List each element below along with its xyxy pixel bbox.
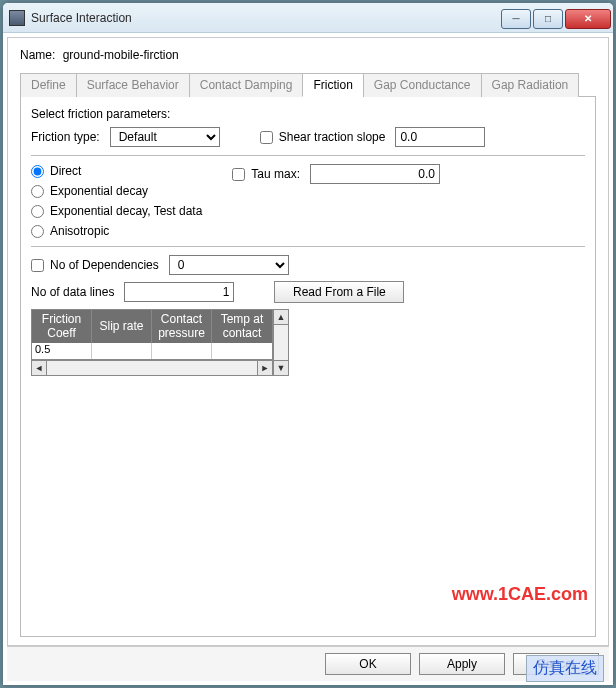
cell-contact-pressure[interactable] bbox=[152, 343, 212, 359]
table-row[interactable]: 0.5 bbox=[32, 343, 272, 359]
dependencies-row: No of Dependencies 0 bbox=[31, 255, 585, 275]
tab-friction[interactable]: Friction bbox=[302, 73, 362, 97]
apply-button[interactable]: Apply bbox=[419, 653, 505, 675]
tab-define[interactable]: Define bbox=[20, 73, 76, 97]
friction-type-label: Friction type: bbox=[31, 130, 100, 144]
select-friction-params-label: Select friction parameters: bbox=[31, 107, 585, 121]
client-area: Name: ground-mobile-firction Define Surf… bbox=[3, 33, 613, 685]
deps-label: No of Dependencies bbox=[50, 258, 159, 272]
tau-max-checkbox[interactable]: Tau max: bbox=[232, 167, 300, 181]
read-from-file-button[interactable]: Read From a File bbox=[274, 281, 404, 303]
grid-header: Friction Coeff Slip rate Contact pressur… bbox=[32, 310, 272, 343]
dialog-footer: OK Apply Cancel bbox=[7, 646, 609, 681]
shear-traction-check-input[interactable] bbox=[260, 131, 273, 144]
shear-traction-checkbox[interactable]: Shear traction slope bbox=[260, 130, 386, 144]
radio-exponential-decay-test-data[interactable]: Exponential decay, Test data bbox=[31, 204, 202, 218]
no-of-dependencies-checkbox[interactable]: No of Dependencies bbox=[31, 258, 159, 272]
minimize-button[interactable]: ─ bbox=[501, 9, 531, 29]
tau-max-check-input[interactable] bbox=[232, 168, 245, 181]
radio-direct[interactable]: Direct bbox=[31, 164, 202, 178]
col-friction-coeff: Friction Coeff bbox=[32, 310, 92, 343]
tabs: Define Surface Behavior Contact Damping … bbox=[20, 72, 596, 97]
hscrollbar[interactable] bbox=[47, 360, 257, 376]
app-icon bbox=[9, 10, 25, 26]
name-row: Name: ground-mobile-firction bbox=[20, 48, 596, 62]
cell-temp-at-contact[interactable] bbox=[212, 343, 272, 359]
name-label: Name: bbox=[20, 48, 55, 62]
col-contact-pressure: Contact pressure bbox=[152, 310, 212, 343]
titlebar[interactable]: Surface Interaction ─ □ ✕ bbox=[3, 3, 613, 33]
scroll-right-icon[interactable]: ► bbox=[257, 360, 273, 376]
name-value: ground-mobile-firction bbox=[63, 48, 179, 62]
scroll-down-icon[interactable]: ▼ bbox=[273, 360, 289, 376]
tab-body: Select friction parameters: Friction typ… bbox=[20, 97, 596, 637]
cell-friction-coeff[interactable]: 0.5 bbox=[32, 343, 92, 359]
method-radios: Direct Exponential decay Exponential dec… bbox=[31, 164, 202, 238]
tab-gap-conductance[interactable]: Gap Conductance bbox=[363, 73, 481, 97]
friction-type-row: Friction type: Default Shear traction sl… bbox=[31, 127, 585, 147]
window-title: Surface Interaction bbox=[31, 11, 501, 25]
window-buttons: ─ □ ✕ bbox=[501, 7, 613, 29]
cancel-button[interactable]: Cancel bbox=[513, 653, 599, 675]
ok-button[interactable]: OK bbox=[325, 653, 411, 675]
data-lines-row: No of data lines Read From a File bbox=[31, 281, 585, 303]
separator-1 bbox=[31, 155, 585, 156]
shear-traction-label: Shear traction slope bbox=[279, 130, 386, 144]
shear-traction-value[interactable] bbox=[395, 127, 485, 147]
data-lines-input[interactable] bbox=[124, 282, 234, 302]
data-grid[interactable]: Friction Coeff Slip rate Contact pressur… bbox=[31, 309, 273, 360]
tab-gap-radiation[interactable]: Gap Radiation bbox=[481, 73, 580, 97]
col-slip-rate: Slip rate bbox=[92, 310, 152, 343]
scroll-left-icon[interactable]: ◄ bbox=[31, 360, 47, 376]
deps-select[interactable]: 0 bbox=[169, 255, 289, 275]
radio-exponential-decay[interactable]: Exponential decay bbox=[31, 184, 202, 198]
tau-max-label: Tau max: bbox=[251, 167, 300, 181]
data-lines-label: No of data lines bbox=[31, 285, 114, 299]
data-grid-wrap: Friction Coeff Slip rate Contact pressur… bbox=[31, 309, 585, 376]
close-button[interactable]: ✕ bbox=[565, 9, 611, 29]
separator-2 bbox=[31, 246, 585, 247]
vscrollbar[interactable] bbox=[273, 325, 289, 360]
maximize-button[interactable]: □ bbox=[533, 9, 563, 29]
tau-max-value[interactable] bbox=[310, 164, 440, 184]
scroll-up-icon[interactable]: ▲ bbox=[273, 309, 289, 325]
tab-contact-damping[interactable]: Contact Damping bbox=[189, 73, 303, 97]
cell-slip-rate[interactable] bbox=[92, 343, 152, 359]
friction-type-select[interactable]: Default bbox=[110, 127, 220, 147]
tab-surface-behavior[interactable]: Surface Behavior bbox=[76, 73, 189, 97]
window: Surface Interaction ─ □ ✕ Name: ground-m… bbox=[2, 2, 614, 686]
dialog-panel: Name: ground-mobile-firction Define Surf… bbox=[7, 37, 609, 646]
col-temp-at-contact: Temp at contact bbox=[212, 310, 272, 343]
deps-check-input[interactable] bbox=[31, 259, 44, 272]
radio-anisotropic[interactable]: Anisotropic bbox=[31, 224, 202, 238]
